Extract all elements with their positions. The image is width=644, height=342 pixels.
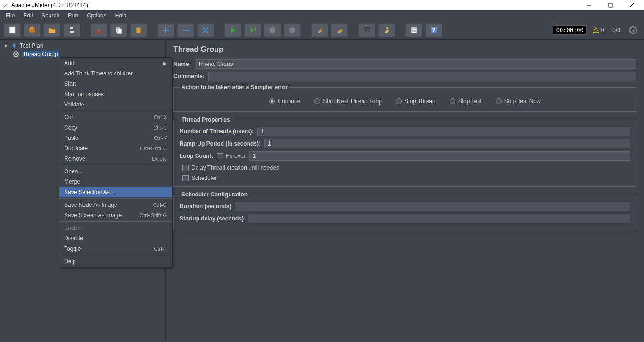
start-button[interactable]: [224, 23, 241, 37]
copy-button[interactable]: [110, 23, 127, 37]
radio-option[interactable]: Continue: [269, 98, 300, 105]
context-menu-label: Remove: [64, 155, 85, 162]
context-menu-item[interactable]: RemoveDelete: [59, 154, 172, 164]
context-menu-item[interactable]: DuplicateCtrl+Shift-C: [59, 143, 172, 154]
app-feather-icon: [2, 2, 8, 8]
radio-option[interactable]: Start Next Thread Loop: [314, 98, 382, 105]
svg-rect-17: [137, 27, 140, 28]
radio-label: Continue: [278, 98, 300, 105]
collapse-button[interactable]: [177, 23, 194, 37]
name-input[interactable]: [195, 59, 636, 69]
open-button[interactable]: [43, 23, 60, 37]
ramp-up-input[interactable]: [264, 139, 630, 148]
start-no-pauses-button[interactable]: [244, 23, 261, 37]
scheduler-config-fieldset: Scheduler Configuration Duration (second…: [173, 191, 636, 231]
stop-button[interactable]: [264, 23, 281, 37]
minimize-button[interactable]: [578, 0, 600, 10]
context-menu-item[interactable]: Save Screen As ImageCtrl+Shift-G: [59, 210, 172, 220]
elapsed-timer: 00:00:00: [553, 25, 587, 35]
loop-count-input[interactable]: [249, 151, 630, 161]
scheduler-checkbox[interactable]: [182, 175, 189, 181]
menu-run[interactable]: Run: [64, 11, 82, 20]
toggle-button[interactable]: [197, 23, 214, 37]
context-menu-item[interactable]: PasteCtrl-V: [59, 133, 172, 143]
paste-button[interactable]: [130, 23, 147, 37]
duration-input[interactable]: [235, 202, 630, 211]
context-menu-label: Toggle: [64, 245, 81, 252]
tree-root-testplan[interactable]: ▾ Test Plan: [0, 41, 165, 50]
comments-input[interactable]: [208, 72, 636, 81]
context-menu-item[interactable]: ToggleCtrl-T: [59, 244, 172, 254]
tree-root-label: Test Plan: [20, 42, 43, 49]
radio-option[interactable]: Stop Test: [450, 98, 482, 105]
radio-dot-icon: [496, 98, 502, 104]
radio-option[interactable]: Stop Test Now: [496, 98, 541, 105]
thread-ratio: 0/0: [610, 27, 623, 33]
svg-point-22: [203, 27, 205, 29]
context-menu-label: Duplicate: [64, 145, 88, 152]
context-menu-item[interactable]: Start no pauses: [59, 89, 172, 99]
warn-indicator[interactable]: ⚠ 0: [590, 25, 607, 34]
templates-button[interactable]: [24, 23, 41, 37]
svg-point-27: [364, 27, 367, 30]
menu-file[interactable]: File: [2, 11, 18, 20]
ramp-up-label: Ramp-Up Period (in seconds):: [180, 140, 261, 147]
context-menu-label: Paste: [64, 135, 79, 141]
context-menu-item[interactable]: Save Selection As...: [59, 187, 172, 197]
context-menu-item[interactable]: CopyCtrl-C: [59, 122, 172, 133]
clear-all-button[interactable]: [331, 23, 348, 37]
context-menu-item[interactable]: Validate: [59, 99, 172, 110]
cut-button[interactable]: [91, 23, 107, 37]
menu-edit[interactable]: Edit: [19, 11, 37, 20]
save-button[interactable]: [63, 23, 80, 37]
forever-checkbox[interactable]: [217, 153, 223, 159]
radio-option[interactable]: Stop Thread: [396, 98, 436, 105]
svg-rect-4: [9, 27, 15, 33]
svg-point-41: [15, 53, 17, 55]
radio-dot-icon: [396, 98, 402, 104]
context-menu-shortcut: Ctrl+Shift-C: [140, 146, 167, 151]
context-menu-item[interactable]: Start: [59, 79, 172, 89]
maximize-button[interactable]: [600, 0, 621, 10]
context-menu-item[interactable]: Add▶: [59, 58, 172, 68]
chevron-right-icon: ▶: [163, 61, 167, 66]
delay-thread-checkbox[interactable]: [182, 165, 189, 171]
radio-dot-icon: [450, 98, 455, 104]
forever-label: Forever: [226, 153, 245, 159]
context-menu-shortcut: Ctrl-X: [154, 114, 167, 120]
context-menu-item[interactable]: CutCtrl-X: [59, 112, 172, 122]
window-title: Apache JMeter (4.0 r1823414): [11, 2, 578, 8]
search-button[interactable]: [358, 23, 375, 37]
context-menu-item[interactable]: Merge: [59, 177, 172, 187]
panel-heading: Thread Group: [173, 45, 636, 54]
radio-dot-icon: [269, 98, 275, 104]
menu-options[interactable]: Options: [83, 11, 110, 20]
context-menu-item[interactable]: Open...: [59, 166, 172, 177]
radio-label: Stop Test Now: [504, 98, 541, 105]
loop-count-label: Loop Count:: [180, 153, 213, 159]
context-menu-item[interactable]: Help: [59, 256, 172, 267]
context-menu-item[interactable]: Add Think Times to children: [59, 68, 172, 79]
context-menu-label: Validate: [64, 101, 84, 108]
shutdown-button[interactable]: [284, 23, 301, 37]
context-menu-item[interactable]: Disable: [59, 233, 172, 244]
help-button[interactable]: ?: [425, 23, 442, 37]
expand-button[interactable]: [157, 23, 174, 37]
svg-text:?: ?: [432, 27, 435, 33]
svg-rect-6: [30, 27, 33, 29]
function-helper-button[interactable]: [405, 23, 422, 37]
menu-search[interactable]: Search: [38, 11, 63, 20]
reset-search-button[interactable]: [378, 23, 395, 37]
scheduler-config-legend: Scheduler Configuration: [180, 191, 249, 198]
clear-button[interactable]: [311, 23, 328, 37]
chevron-down-icon[interactable]: ▾: [3, 42, 8, 49]
context-menu-shortcut: Ctrl-V: [154, 135, 167, 141]
startup-delay-input[interactable]: [248, 214, 630, 223]
close-button[interactable]: [621, 0, 642, 10]
new-button[interactable]: [4, 23, 21, 37]
context-menu-label: Disable: [64, 235, 83, 242]
context-menu-item[interactable]: Save Node As ImageCtrl-G: [59, 200, 172, 210]
menu-help[interactable]: Help: [111, 11, 131, 20]
num-threads-input[interactable]: [257, 127, 630, 136]
tree-panel[interactable]: ▾ Test Plan Thread Group Add▶Add Think T…: [0, 40, 166, 341]
